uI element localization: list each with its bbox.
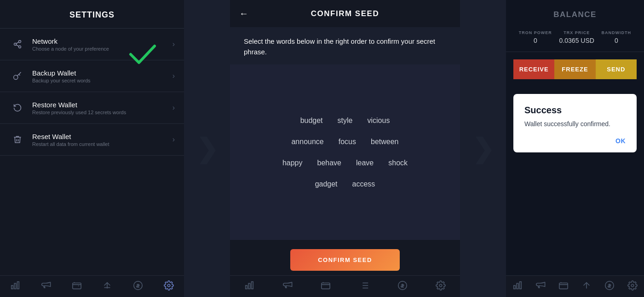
word-gadget[interactable]: gadget: [314, 178, 339, 190]
nav2-announce[interactable]: [282, 280, 293, 292]
words-area: budget style vicious announce focus betw…: [230, 64, 460, 240]
nav-wallet[interactable]: [72, 280, 82, 292]
reset-icon-wrap: [9, 131, 26, 148]
confirm-seed-header: ← CONFIRM SEED: [230, 0, 460, 27]
stats-row: TRON POWER 0 TRX PRICE 0.0365 USD BANDWI…: [506, 26, 644, 52]
backup-chevron: ›: [172, 72, 175, 80]
word-happy[interactable]: happy: [282, 157, 304, 169]
settings-title: SETTINGS: [0, 10, 184, 20]
nav3-announce[interactable]: [535, 280, 546, 292]
restore-text: Restore Wallet Restore previously used 1…: [32, 101, 172, 115]
restore-icon: [13, 103, 22, 112]
svg-rect-9: [72, 283, 80, 289]
network-icon: [13, 40, 22, 49]
nav-transfer[interactable]: [102, 280, 112, 292]
svg-rect-14: [245, 285, 247, 289]
nav3-wallet[interactable]: [558, 280, 569, 292]
word-shock[interactable]: shock: [387, 157, 408, 169]
dialog-ok-wrap: OK: [524, 137, 626, 145]
nav3-settings[interactable]: [627, 280, 638, 292]
reset-subtitle: Restart all data from current wallet: [32, 141, 172, 147]
confirm-seed-panel: ← CONFIRM SEED Select the words below in…: [230, 0, 460, 297]
svg-rect-26: [514, 285, 516, 289]
nav2-settings[interactable]: [436, 280, 446, 292]
tron-power-value: 0: [519, 37, 552, 44]
settings-item-network[interactable]: Network Choose a node of your preference…: [0, 29, 184, 60]
words-row-3: happy behave leave shock: [282, 157, 408, 169]
nav-dollar[interactable]: [133, 280, 143, 292]
nav3-chart[interactable]: [512, 280, 523, 292]
svg-point-32: [631, 284, 634, 287]
arrow-divider-1: ❯: [184, 0, 230, 297]
back-button[interactable]: ←: [239, 8, 248, 19]
stat-tron-power: TRON POWER 0: [519, 30, 552, 44]
svg-point-0: [19, 41, 21, 43]
settings-panel: SETTINGS Network Choose a node of your p…: [0, 0, 184, 297]
word-vicious[interactable]: vicious: [366, 115, 391, 127]
svg-rect-6: [12, 285, 13, 289]
svg-rect-16: [251, 282, 253, 289]
word-between[interactable]: between: [370, 136, 400, 148]
svg-rect-27: [517, 283, 518, 289]
stat-trx-price: TRX PRICE 0.0365 USD: [559, 30, 594, 44]
svg-line-3: [16, 45, 19, 46]
bandwidth-label: BANDWIDTH: [602, 30, 632, 35]
word-access[interactable]: access: [351, 178, 376, 190]
settings-item-reset[interactable]: Reset Wallet Restart all data from curre…: [0, 124, 184, 156]
svg-rect-15: [248, 283, 250, 289]
svg-point-13: [167, 284, 170, 287]
restore-icon-wrap: [9, 99, 26, 116]
send-button[interactable]: SEND: [596, 59, 637, 79]
nav2-wallet[interactable]: [321, 280, 331, 292]
restore-subtitle: Restore previously used 12 secrets words: [32, 110, 172, 115]
restore-title: Restore Wallet: [32, 101, 172, 109]
svg-point-2: [19, 46, 21, 48]
trash-icon: [13, 135, 22, 144]
nav3-transfer[interactable]: [581, 280, 592, 292]
words-row-2: announce focus between: [290, 136, 399, 148]
svg-point-25: [440, 284, 443, 287]
backup-title: Backup Wallet: [32, 69, 172, 77]
svg-rect-17: [322, 283, 330, 289]
reset-chevron: ›: [172, 135, 175, 144]
freeze-button[interactable]: FREEZE: [554, 59, 595, 79]
word-budget[interactable]: budget: [299, 115, 324, 127]
settings-item-backup[interactable]: Backup Wallet Backup your secret words ›: [0, 60, 184, 92]
svg-rect-7: [14, 283, 16, 289]
svg-rect-29: [559, 283, 568, 289]
nav3-dollar[interactable]: [604, 280, 615, 292]
nav-chart[interactable]: [10, 280, 20, 292]
settings-bottom-nav: [0, 275, 184, 297]
words-row-1: budget style vicious: [299, 115, 391, 127]
nav2-transfer[interactable]: [359, 280, 369, 292]
stat-bandwidth: BANDWIDTH 0: [602, 30, 632, 44]
svg-point-5: [14, 75, 18, 79]
word-announce[interactable]: announce: [290, 136, 324, 148]
backup-subtitle: Backup your secret words: [32, 78, 172, 83]
reset-text: Reset Wallet Restart all data from curre…: [32, 133, 172, 147]
balance-bottom-nav: [506, 275, 644, 297]
reset-title: Reset Wallet: [32, 133, 172, 140]
nav2-dollar[interactable]: [397, 280, 408, 292]
nav-announce[interactable]: [41, 280, 51, 292]
word-leave[interactable]: leave: [355, 157, 374, 169]
svg-rect-28: [520, 282, 522, 289]
success-dialog: Success Wallet successfully confirmed. O…: [513, 94, 637, 152]
bandwidth-value: 0: [602, 37, 632, 44]
confirm-bottom-nav: [230, 275, 460, 297]
nav2-chart[interactable]: [244, 280, 254, 292]
word-style[interactable]: style: [337, 115, 354, 127]
words-row-4: gadget access: [314, 178, 376, 190]
word-behave[interactable]: behave: [316, 157, 343, 169]
ok-button[interactable]: OK: [615, 137, 626, 145]
confirm-seed-button[interactable]: CONFIRM SEED: [290, 249, 400, 271]
backup-icon-wrap: [9, 68, 26, 84]
svg-line-4: [16, 42, 19, 43]
right-arrow-2: ❯: [472, 135, 494, 162]
settings-item-restore[interactable]: Restore Wallet Restore previously used 1…: [0, 92, 184, 124]
nav-settings[interactable]: [164, 280, 174, 292]
svg-point-1: [14, 43, 17, 46]
right-arrow-1: ❯: [196, 135, 218, 162]
receive-button[interactable]: RECEIVE: [513, 59, 554, 79]
word-focus[interactable]: focus: [338, 136, 357, 148]
